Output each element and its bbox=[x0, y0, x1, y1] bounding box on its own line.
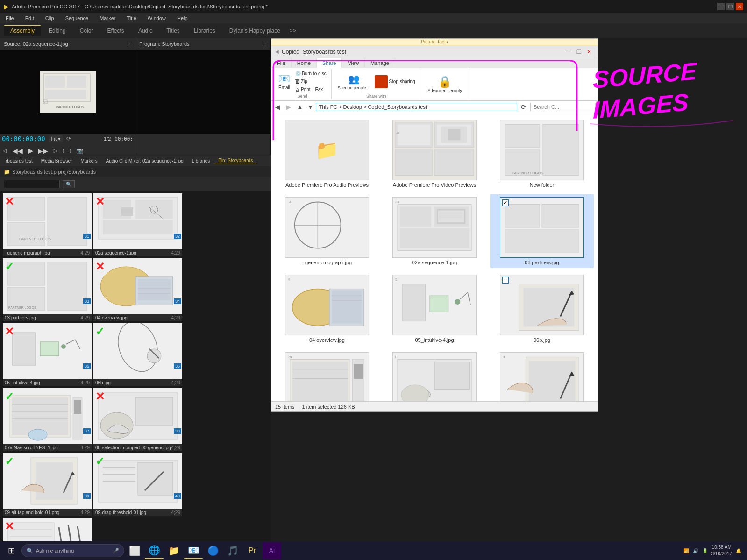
file-item-02a-sequence[interactable]: 2a 02a sequence-1.jpg bbox=[383, 194, 486, 268]
taskbar-mail-icon[interactable]: 📧 bbox=[184, 542, 203, 559]
explorer-minimize-button[interactable]: — bbox=[564, 48, 573, 56]
thumbnail-item-6[interactable]: ✓ 36 06b.jpg 4;29 bbox=[93, 323, 182, 386]
taskbar-ae-icon[interactable]: Ai bbox=[263, 542, 281, 559]
zip-button[interactable]: 🗜 Zip bbox=[293, 78, 328, 85]
stop-sharing-button[interactable]: Stop sharing bbox=[373, 74, 417, 89]
program-monitor-menu-icon[interactable]: ≡ bbox=[264, 41, 267, 47]
tab-dylans[interactable]: Dylan's Happy place bbox=[223, 26, 287, 36]
start-button[interactable]: ⊞ bbox=[2, 542, 21, 559]
thumbnail-item-5[interactable]: ✕ 35 05_intuitive-4.jpg 4;29 bbox=[3, 323, 92, 386]
step-forward-button[interactable]: ▶▶ bbox=[37, 146, 49, 156]
forward-button[interactable]: ▶ bbox=[284, 102, 293, 112]
tab-markers[interactable]: Markers bbox=[77, 157, 101, 164]
ribbon-tab-view[interactable]: View bbox=[342, 58, 365, 68]
thumbnail-item-3[interactable]: PARTNER LOGOS ✓ 33 03 partners.jpg 4;29 bbox=[3, 258, 92, 321]
thumbnail-item-4[interactable]: ✕ 34 04 overview.jpg 4;29 bbox=[93, 258, 182, 321]
taskbar-app-unknown1[interactable]: 🔵 bbox=[204, 542, 222, 559]
taskbar-edge-icon[interactable]: 🌐 bbox=[145, 542, 164, 559]
thumbnail-item-8[interactable]: ✕ 38 08-selection_comped-00-generic.jpg … bbox=[93, 388, 182, 451]
minimize-button[interactable]: — bbox=[717, 3, 725, 10]
loop-icon[interactable]: ⟳ bbox=[66, 135, 71, 142]
menu-clip[interactable]: Clip bbox=[43, 14, 56, 22]
menu-edit[interactable]: Edit bbox=[23, 14, 36, 22]
ribbon-tab-share[interactable]: Share bbox=[317, 58, 342, 68]
menu-marker[interactable]: Marker bbox=[98, 14, 117, 22]
ribbon-tab-file[interactable]: File bbox=[271, 58, 292, 68]
ribbon-tab-home[interactable]: Home bbox=[292, 58, 317, 68]
play-button[interactable]: ▶ bbox=[27, 145, 34, 156]
tab-titles[interactable]: Titles bbox=[160, 26, 186, 36]
taskbar-premiere-icon[interactable]: Pr bbox=[243, 542, 262, 559]
file-item-04-overview[interactable]: 4 04 overview.jpg bbox=[275, 272, 379, 346]
tab-media-browser[interactable]: Media Browser bbox=[37, 157, 76, 164]
file-item-audio-previews[interactable]: 📁 Adobe Premiere Pro Audio Previews bbox=[275, 117, 379, 191]
svg-rect-107 bbox=[439, 212, 462, 214]
recent-locations-button[interactable]: ▾ bbox=[307, 102, 314, 112]
tab-color[interactable]: Color bbox=[73, 26, 100, 36]
thumbnail-item-2[interactable]: ✕ 32 02a sequence-1.jpg 4;29 bbox=[93, 193, 182, 256]
print-button[interactable]: 🖨 Print bbox=[293, 86, 313, 93]
menu-help[interactable]: Help bbox=[175, 14, 190, 22]
menu-file[interactable]: File bbox=[4, 14, 16, 22]
menu-sequence[interactable]: Sequence bbox=[64, 14, 91, 22]
thumbnail-item-10[interactable]: ✓ 40 09-drag threshold-01.jpg 4;29 bbox=[93, 453, 182, 516]
tab-libraries[interactable]: Libraries bbox=[188, 157, 213, 164]
taskbar-spotify-icon[interactable]: 🎵 bbox=[223, 542, 242, 559]
tab-rboasrds[interactable]: rboasrds test bbox=[2, 157, 36, 164]
file-item-video-previews[interactable]: 2a Adobe Premiere Pro Video Previews bbox=[383, 117, 486, 191]
taskbar-search[interactable]: 🔍 Ask me anything 🎤 bbox=[21, 544, 124, 557]
file-item-09-alt-tap[interactable]: 9 09-alt-tap and hold-01.png bbox=[490, 349, 594, 401]
tab-effects[interactable]: Effects bbox=[100, 26, 130, 36]
overwrite-button[interactable]: ⤵ bbox=[68, 147, 72, 154]
close-button[interactable]: ✕ bbox=[736, 3, 743, 10]
thumbnail-item-7[interactable]: ✓ 37 07a Nav-scroll YES_1.jpg 4;29 bbox=[3, 388, 92, 451]
file-item-03-partners[interactable]: ✓ 3 03 partners.jpg bbox=[490, 194, 594, 268]
bin-search-input[interactable] bbox=[4, 180, 60, 188]
explorer-maximize-button[interactable]: ❐ bbox=[574, 48, 583, 56]
taskbar-task-view[interactable]: ⬜ bbox=[125, 542, 144, 559]
tab-audio[interactable]: Audio bbox=[132, 26, 159, 36]
tab-assembly[interactable]: Assembly bbox=[4, 25, 41, 36]
explorer-close-button[interactable]: ✕ bbox=[584, 48, 594, 56]
up-button[interactable]: ▲ bbox=[295, 102, 305, 112]
fit-dropdown[interactable]: Fit ▾ bbox=[49, 135, 63, 142]
maximize-button[interactable]: ❐ bbox=[726, 3, 734, 10]
send-email-button[interactable]: 📧 Email bbox=[276, 71, 292, 92]
address-path-display[interactable]: This PC > Desktop > Copied_Storyboasrds … bbox=[316, 103, 517, 111]
advanced-security-button[interactable]: 🔒 Advanced security bbox=[424, 73, 466, 95]
notification-icon[interactable]: 🔔 bbox=[736, 548, 741, 553]
taskbar-explorer-icon[interactable]: 📁 bbox=[164, 542, 183, 559]
file-item-new-folder[interactable]: PARTNER LOGOS New folder bbox=[490, 117, 594, 191]
bin-search-button[interactable]: 🔍 bbox=[63, 180, 75, 188]
tab-bin-storyboards[interactable]: Bin: Storyboards bbox=[214, 157, 256, 164]
tab-more-icon[interactable]: >> bbox=[290, 28, 296, 34]
insert-button[interactable]: ⤵ bbox=[61, 147, 65, 154]
explorer-search-input[interactable] bbox=[530, 103, 596, 111]
ribbon-tab-manage[interactable]: Manage bbox=[365, 58, 395, 68]
refresh-button[interactable]: ⟳ bbox=[519, 102, 528, 112]
tab-audio-clip-mixer[interactable]: Audio Clip Mixer: 02a sequence-1.jpg bbox=[102, 157, 187, 164]
tab-editing[interactable]: Editing bbox=[42, 26, 72, 36]
mark-out-button[interactable]: |▷ bbox=[52, 147, 59, 154]
burn-to-disc-button[interactable]: 💿 Burn to disc bbox=[293, 70, 328, 77]
menu-window[interactable]: Window bbox=[146, 14, 168, 22]
camera-button[interactable]: 📷 bbox=[75, 147, 84, 155]
thumbnail-item-9[interactable]: ✓ 39 09-alt-tap and hold-01.png 4;29 bbox=[3, 453, 92, 516]
file-item-generic-mograph[interactable]: 4 _generic mograph.jpg bbox=[275, 194, 379, 268]
file-item-05-intuitive[interactable]: 5 05_intuitive-4.jpg bbox=[383, 272, 486, 346]
file-item-06b[interactable]: □ 6 06b.jpg bbox=[490, 272, 594, 346]
thumbnail-item-1[interactable]: PARTNER LOGOS ✕ 31 _generic mograph.jpg … bbox=[3, 193, 92, 256]
source-timecode2[interactable]: 00:00: bbox=[114, 136, 133, 142]
step-back-button[interactable]: ◀◀ bbox=[12, 146, 24, 156]
source-monitor-menu-icon[interactable]: ≡ bbox=[128, 41, 131, 47]
menu-title[interactable]: Title bbox=[125, 14, 138, 22]
tab-libraries[interactable]: Libraries bbox=[187, 26, 222, 36]
file-item-08-selection[interactable]: 8 08-selection_comped-00-generic.jpg bbox=[383, 349, 486, 401]
mark-in-button[interactable]: ◁| bbox=[2, 147, 9, 154]
back-button[interactable]: ◀ bbox=[273, 102, 282, 112]
specific-people-button[interactable]: 👥 Specific people... bbox=[335, 72, 372, 92]
fax-button[interactable]: Fax bbox=[313, 86, 325, 93]
taskbar-clock[interactable]: 10:58 AM 3/10/2017 bbox=[711, 544, 733, 557]
file-item-07a-nav[interactable]: 7a 07a Nav-scroll YES_1.jpg bbox=[275, 349, 379, 401]
source-timecode[interactable]: 00:00:00:00 bbox=[2, 135, 45, 142]
